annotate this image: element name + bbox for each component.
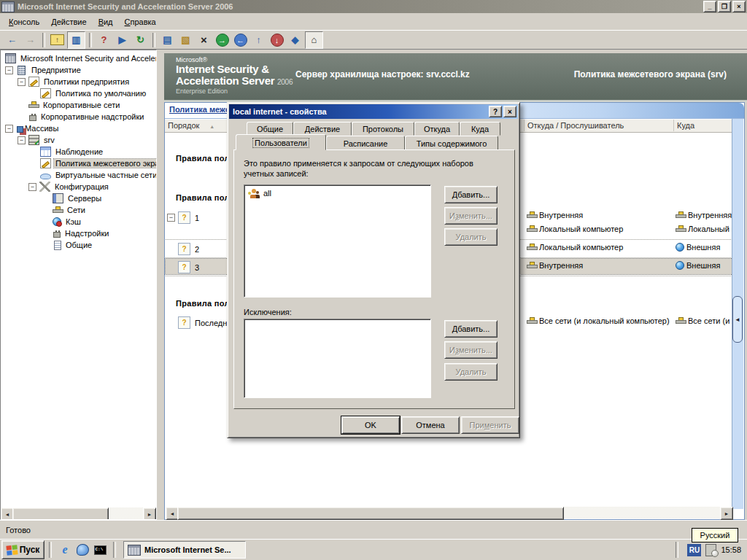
account-item-all[interactable]: all xyxy=(247,187,427,199)
rule2-to[interactable]: Внешняя xyxy=(676,243,733,252)
rule2-from[interactable]: Локальный компьютер xyxy=(527,243,673,252)
language-indicator[interactable]: RU xyxy=(687,544,701,556)
refresh-icon[interactable]: ↻ xyxy=(132,32,149,48)
close-icon[interactable]: × xyxy=(503,106,516,117)
remove-exception-button[interactable]: Удалить xyxy=(444,363,498,381)
rule1-from-1[interactable]: Внутренняя xyxy=(527,211,673,219)
clock[interactable]: 15:58 xyxy=(721,545,741,554)
copy-icon[interactable]: ▤ xyxy=(159,32,176,48)
show-desktop-icon[interactable] xyxy=(75,542,90,557)
accounts-listbox[interactable]: all xyxy=(244,184,431,298)
configure-icon[interactable]: ◆ xyxy=(287,32,303,48)
tree-item-enterprise[interactable]: Предприятие xyxy=(2,64,156,76)
tab-protocols[interactable]: Протоколы xyxy=(352,122,414,136)
edit-exception-button[interactable]: Изменить... xyxy=(444,341,498,359)
apply-changes-icon[interactable]: → xyxy=(214,32,231,48)
rule1-to-1[interactable]: Внутренняя xyxy=(676,211,733,219)
ie-quicklaunch-icon[interactable]: e xyxy=(58,542,72,557)
last-rule-from[interactable]: Все сети (и локальный компьютер) xyxy=(527,316,674,325)
help-icon[interactable]: ? xyxy=(489,106,502,117)
rule-row-2[interactable]: ? 2 xyxy=(178,243,199,255)
tree-item-srv[interactable]: srv xyxy=(2,134,156,146)
last-rule-to[interactable]: Все сети (и локальный компьютер) xyxy=(676,316,733,325)
column-order[interactable]: Порядок xyxy=(165,120,230,131)
rule-row-1[interactable]: ? 1 xyxy=(167,211,199,224)
tray-status-icon[interactable] xyxy=(705,544,716,556)
scroll-right-icon[interactable]: ► xyxy=(143,508,156,520)
add-exception-button[interactable]: Дбавить... xyxy=(444,320,498,338)
rule1-from-2[interactable]: Локальный компьютер xyxy=(527,225,673,233)
forward-icon[interactable]: → xyxy=(22,32,39,48)
tree-item-root[interactable]: Microsoft Internet Security and Acceler xyxy=(2,52,156,64)
tree-item-corporate-networks[interactable]: Корпоративные сети xyxy=(2,99,156,111)
last-rule-row[interactable]: ? Последнее xyxy=(178,316,231,329)
rule-row-3[interactable]: ? 3 xyxy=(178,261,199,273)
tree-item-corporate-addins[interactable]: Корпоративные надстройки xyxy=(2,111,156,122)
start-button[interactable]: Пуск xyxy=(1,540,44,559)
rule3-to[interactable]: Внешняя xyxy=(676,261,733,270)
tab-from[interactable]: Откуда xyxy=(414,122,460,136)
remove-button[interactable]: Удалить xyxy=(444,228,498,246)
close-button[interactable]: × xyxy=(732,1,746,12)
show-hide-tree-icon[interactable]: ▥ xyxy=(67,31,85,49)
add-button[interactable]: Дбавить... xyxy=(444,186,498,203)
rule3-from[interactable]: Внутренняя xyxy=(527,261,673,270)
collapse-icon[interactable] xyxy=(5,66,13,74)
restore-button[interactable]: ❐ xyxy=(718,1,731,12)
tree-item-general[interactable]: Общие xyxy=(2,239,156,251)
task-button-isa[interactable]: Microsoft Internet Se... xyxy=(123,541,246,559)
tree-item-default-policy[interactable]: Политика по умолчанию xyxy=(2,88,156,99)
delete-icon[interactable]: × xyxy=(196,32,212,48)
edit-button[interactable]: Изменить... xyxy=(444,207,498,225)
tree-hscrollbar[interactable]: ◄ ► xyxy=(1,508,156,519)
tree-item-arrays[interactable]: Массивы xyxy=(2,122,156,134)
collapse-icon[interactable] xyxy=(167,214,175,222)
ok-button[interactable]: OK xyxy=(341,416,400,434)
menu-view[interactable]: Вид xyxy=(93,15,119,28)
results-hscrollbar[interactable]: ◄ ► xyxy=(166,507,733,518)
tree-item-servers[interactable]: Серверы xyxy=(2,192,156,204)
tree-item-addins[interactable]: Надстройки xyxy=(2,228,156,239)
menu-action[interactable]: Действие xyxy=(45,15,92,28)
tree-item-vpn[interactable]: Виртуальные частные сети xyxy=(2,169,156,181)
rule1-to-2[interactable]: Локальный компьютер xyxy=(676,225,733,233)
expand-taskpane-icon[interactable]: ◄ xyxy=(732,296,743,343)
tree-item-networks[interactable]: Сети xyxy=(2,204,156,216)
tab-content-types[interactable]: Типы содержимого xyxy=(405,136,498,150)
move-up-icon[interactable]: ↑ xyxy=(250,32,267,48)
export-list-icon[interactable]: ? xyxy=(96,32,112,48)
scroll-thumb[interactable] xyxy=(177,507,564,520)
collapse-icon[interactable] xyxy=(18,78,26,86)
discard-changes-icon[interactable]: ← xyxy=(232,32,249,48)
pane-splitter[interactable] xyxy=(157,50,164,520)
menu-help[interactable]: Справка xyxy=(119,15,162,28)
scroll-thumb[interactable] xyxy=(12,508,109,520)
tree-item-enterprise-policies[interactable]: Политики предприятия xyxy=(2,76,156,88)
collapse-icon[interactable] xyxy=(28,183,36,191)
show-action-pane-icon[interactable]: ▶ xyxy=(114,32,131,48)
tree-item-monitoring[interactable]: Наблюдение xyxy=(2,146,156,158)
collapse-icon[interactable] xyxy=(5,125,13,133)
up-one-level-icon[interactable]: ↑ xyxy=(49,32,66,48)
cancel-button[interactable]: Отмена xyxy=(401,416,460,434)
tree-item-firewall-policy[interactable]: Политика межсетевого экрана xyxy=(2,158,156,169)
collapse-icon[interactable] xyxy=(18,136,26,144)
tree-item-cache[interactable]: Кэш xyxy=(2,216,156,228)
exceptions-listbox[interactable] xyxy=(244,319,431,398)
tab-users[interactable]: Пользователи xyxy=(236,134,326,150)
apply-button[interactable]: Применить xyxy=(461,416,519,434)
column-from[interactable]: Откуда / Прослушиватель xyxy=(525,120,674,131)
back-icon[interactable]: ← xyxy=(4,32,20,48)
column-to[interactable]: Куда xyxy=(674,120,733,131)
menu-konsol[interactable]: Консоль xyxy=(3,15,45,28)
enterprise-icon[interactable]: ⌂ xyxy=(305,31,323,49)
tab-to[interactable]: Куда xyxy=(460,122,500,136)
tab-schedule[interactable]: Расписание xyxy=(326,136,405,150)
taskpane-splitter[interactable]: ◄ xyxy=(732,119,743,509)
command-prompt-icon[interactable]: C:\ xyxy=(93,542,107,557)
move-down-icon[interactable]: ↓ xyxy=(268,32,285,48)
scroll-right-icon[interactable]: ► xyxy=(720,507,733,520)
minimize-button[interactable]: _ xyxy=(703,1,716,12)
properties-icon[interactable]: ▧ xyxy=(177,32,194,48)
tree-item-configuration[interactable]: Конфигурация xyxy=(2,181,156,192)
